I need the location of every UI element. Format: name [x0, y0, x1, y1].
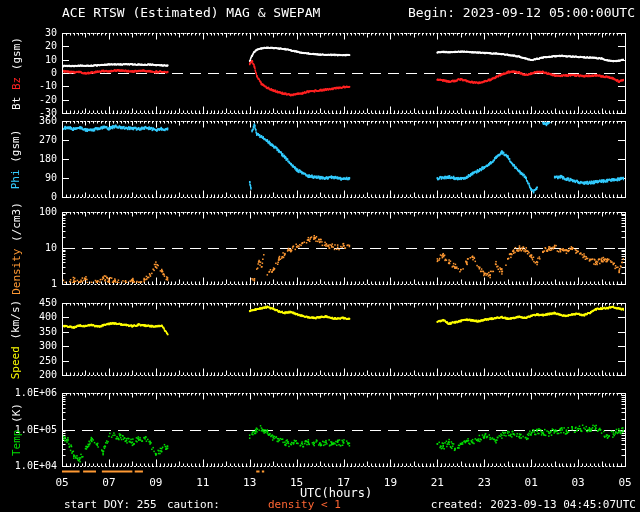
x-tick-label: 13: [238, 477, 262, 488]
x-tick-label: 07: [97, 477, 121, 488]
axis-label-part: Bz: [10, 70, 23, 90]
axis-label-part: Temp: [10, 423, 23, 456]
x-tick-label: 05: [50, 477, 74, 488]
x-tick-label: 05: [613, 477, 637, 488]
x-tick-label: 19: [378, 477, 402, 488]
panel-axis-label-mag: Bt Bz (gsm): [1, 33, 31, 113]
axis-label-part: Bt: [10, 90, 23, 110]
axis-label-part: (gsm): [10, 129, 23, 162]
panel-axis-label-speed: Speed (km/s): [1, 303, 31, 375]
axis-label-part: Density: [10, 241, 23, 294]
axis-label-part: Phi: [10, 162, 23, 189]
panel-axis-label-temp: Temp (K): [1, 393, 31, 466]
x-tick-label: 01: [519, 477, 543, 488]
panel-axis-label-phi: Phi (gsm): [1, 121, 31, 197]
axis-label-part: (km/s): [10, 299, 23, 339]
x-tick-label: 23: [472, 477, 496, 488]
begin-timestamp: Begin: 2023-09-12 05:00:00UTC: [408, 6, 635, 19]
axis-label-part: (/cm3): [10, 202, 23, 242]
x-tick-label: 15: [285, 477, 309, 488]
chart-title: ACE RTSW (Estimated) MAG & SWEPAM: [62, 6, 320, 19]
axis-label-part: (gsm): [10, 37, 23, 70]
x-tick-label: 17: [332, 477, 356, 488]
x-tick-label: 03: [566, 477, 590, 488]
ace-rtsw-plot: ACE RTSW (Estimated) MAG & SWEPAM Begin:…: [0, 0, 640, 512]
plot-canvas: [0, 0, 640, 512]
caution-value: density < 1: [268, 499, 341, 510]
x-tick-label: 09: [144, 477, 168, 488]
panel-axis-label-density: Density (/cm3): [1, 212, 31, 284]
x-tick-label: 21: [425, 477, 449, 488]
axis-label-part: (K): [10, 403, 23, 423]
x-tick-label: 11: [191, 477, 215, 488]
axis-label-part: Speed: [10, 339, 23, 379]
start-doy-label: start DOY: 255: [64, 499, 157, 510]
created-timestamp: created: 2023-09-13 04:45:07UTC: [431, 499, 636, 510]
caution-label: caution:: [167, 499, 220, 510]
